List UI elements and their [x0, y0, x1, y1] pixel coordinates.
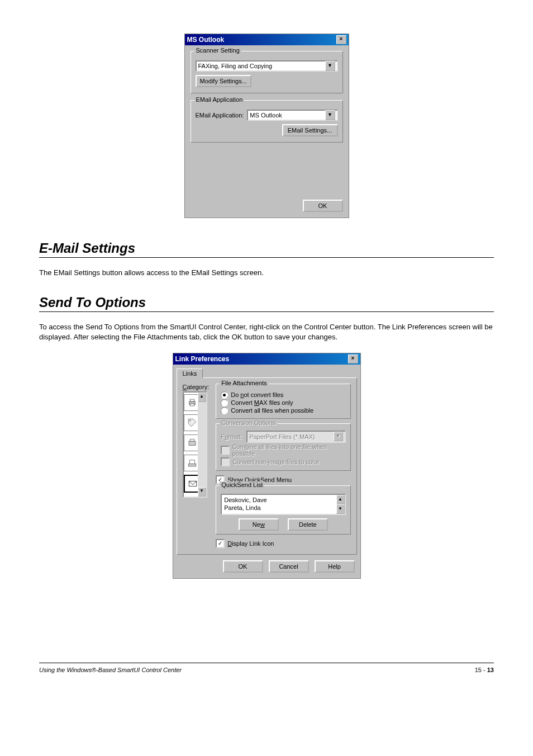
delete-button[interactable]: Delete [288, 518, 328, 531]
scrollbar[interactable]: ▲ ▼ [198, 393, 206, 497]
email-application-group: EMail Application EMail Application: MS … [191, 100, 343, 143]
ok-button[interactable]: OK [303, 200, 343, 212]
section-heading-email-settings: E-Mail Settings [39, 240, 494, 256]
chevron-down-icon: ▼ [334, 432, 343, 441]
window-title: MS Outlook [187, 36, 225, 44]
format-value: PaperPort Files (*.MAX) [249, 433, 315, 440]
email-settings-button[interactable]: EMail Settings... [282, 124, 338, 136]
footer-left: Using the Windows®-Based SmartUI Control… [39, 667, 182, 673]
email-app-label: EMail Application: [196, 112, 244, 119]
chevron-down-icon: ▼ [325, 61, 335, 71]
scroll-up-icon[interactable]: ▲ [336, 495, 345, 504]
divider [39, 257, 494, 258]
format-label: Format: [221, 433, 242, 440]
file-attachments-group: File Attachments Do not convert files Co… [216, 384, 350, 419]
window-title: Link Preferences [175, 355, 230, 363]
category-listbox[interactable]: ▲ ▼ [183, 391, 207, 498]
svg-rect-5 [189, 441, 196, 446]
format-select: PaperPort Files (*.MAX) ▼ [246, 431, 345, 443]
footer-right: 15 - 13 [475, 667, 494, 673]
svg-point-4 [189, 420, 191, 421]
svg-rect-1 [190, 399, 194, 401]
scrollbar[interactable]: ▲ ▼ [336, 495, 345, 514]
scanner-mode-select[interactable]: FAXing, Filing and Copying ▼ [196, 60, 338, 72]
quicksend-legend: QuickSend List [220, 481, 264, 488]
check-non-image-color: Convert non-image files to color [221, 457, 345, 466]
check-combine-files: Combine all files into one file when pos… [221, 443, 345, 457]
ok-button[interactable]: OK [223, 560, 263, 573]
delete-label: Delete [299, 521, 317, 528]
email-settings-label: EMail Settings... [288, 127, 332, 134]
svg-rect-7 [188, 464, 196, 466]
page-footer: Using the Windows®-Based SmartUI Control… [39, 663, 494, 673]
tab-links-label: Links [183, 370, 197, 377]
svg-rect-8 [189, 460, 194, 464]
close-icon[interactable]: × [348, 355, 358, 363]
radio-do-not-convert[interactable]: Do not convert files [221, 391, 345, 399]
email-app-select[interactable]: MS Outlook ▼ [247, 110, 337, 121]
help-button[interactable]: Help [315, 560, 355, 573]
file-attachments-legend: File Attachments [220, 380, 268, 386]
scanner-setting-legend: Scanner Setting [194, 47, 241, 54]
tab-links[interactable]: Links [177, 368, 203, 378]
tab-strip: Links [173, 365, 360, 377]
svg-rect-2 [190, 404, 194, 406]
conversion-options-legend: Conversion Options [220, 419, 277, 426]
category-label: Category: [183, 384, 210, 390]
cancel-button[interactable]: Cancel [269, 560, 309, 573]
email-app-value: MS Outlook [250, 112, 282, 119]
scanner-setting-group: Scanner Setting FAXing, Filing and Copyi… [191, 51, 343, 93]
chevron-down-icon: ▼ [325, 110, 335, 120]
scanner-mode-value: FAXing, Filing and Copying [198, 63, 273, 69]
category-column: Category: [183, 384, 210, 549]
section-send-to-options: Send To Options To access the Send To Op… [39, 295, 494, 342]
scroll-down-icon[interactable]: ▼ [198, 487, 206, 497]
list-item[interactable]: Pareta, Linda [224, 504, 266, 512]
modify-settings-button[interactable]: Modify Settings... [196, 75, 251, 87]
section-body-send-to: To access the Send To Options from the S… [39, 322, 494, 342]
quicksend-list-group: QuickSend List Deskovic, Dave Pareta, Li… [216, 485, 350, 535]
radio-convert-max-only[interactable]: Convert MAX files only [221, 399, 345, 407]
svg-marker-3 [188, 419, 196, 427]
modify-settings-label: Modify Settings... [200, 78, 247, 84]
scroll-down-icon[interactable]: ▼ [336, 504, 345, 514]
link-preferences-dialog: Link Preferences × Links Category: [173, 353, 361, 579]
email-app-legend: EMail Application [194, 96, 245, 103]
section-heading-send-to: Send To Options [39, 295, 494, 310]
divider [39, 311, 494, 312]
close-icon[interactable]: × [336, 35, 346, 44]
ok-label: OK [318, 202, 327, 209]
section-body-email-settings: The EMail Settings button allows access … [39, 268, 494, 278]
section-email-settings: E-Mail Settings The EMail Settings butto… [39, 240, 494, 278]
list-item[interactable]: Deskovic, Dave [224, 496, 266, 504]
titlebar: MS Outlook × [185, 34, 349, 45]
svg-rect-6 [190, 439, 194, 441]
radio-convert-all[interactable]: Convert all files when possible [221, 407, 345, 414]
titlebar: Link Preferences × [173, 353, 360, 365]
check-display-link-icon[interactable]: ✓ Display Link Icon [216, 539, 350, 548]
conversion-options-group: Conversion Options Format: PaperPort Fil… [216, 423, 350, 471]
scroll-up-icon[interactable]: ▲ [198, 393, 206, 402]
new-button[interactable]: New [239, 518, 279, 531]
ms-outlook-dialog: MS Outlook × Scanner Setting FAXing, Fil… [184, 34, 349, 218]
quicksend-listbox[interactable]: Deskovic, Dave Pareta, Linda ▲ ▼ [221, 494, 345, 515]
